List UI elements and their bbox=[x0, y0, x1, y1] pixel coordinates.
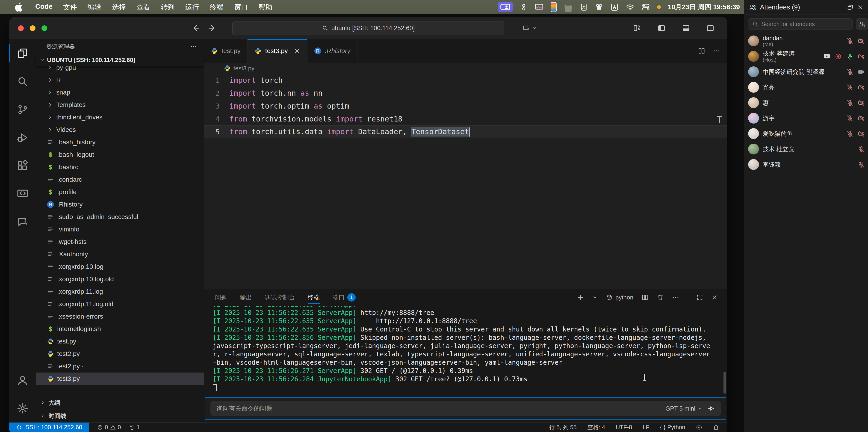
tree-item-.profile[interactable]: $.profile bbox=[36, 186, 204, 198]
menu-item-Code[interactable]: Code bbox=[30, 3, 58, 12]
editor-more-actions-icon[interactable] bbox=[713, 47, 720, 55]
menu-item-查看[interactable]: 查看 bbox=[131, 3, 156, 12]
tree-item-snap[interactable]: snap bbox=[36, 86, 204, 99]
tree-item-.xorgxrdp.10.log.old[interactable]: .xorgxrdp.10.log.old bbox=[36, 273, 204, 285]
maximize-panel-icon[interactable] bbox=[696, 294, 703, 301]
tree-item-.xorgxrdp.11.log.old[interactable]: .xorgxrdp.11.log.old bbox=[36, 298, 204, 310]
activity-bar-explorer[interactable] bbox=[9, 39, 36, 67]
chat-model-picker[interactable]: GPT-5 mini bbox=[665, 405, 703, 412]
screen-sharing-icon[interactable] bbox=[498, 2, 513, 12]
camera-off-icon[interactable] bbox=[858, 99, 865, 106]
attendee-row-李钰颖[interactable]: 李钰颖 bbox=[744, 157, 868, 172]
tree-item-Videos[interactable]: Videos bbox=[36, 124, 204, 136]
menu-item-编辑[interactable]: 编辑 bbox=[82, 3, 107, 12]
breadcrumb[interactable]: test3.py bbox=[204, 63, 727, 74]
terminal-chat-input[interactable]: 询问有关命令的问题 GPT-5 mini bbox=[211, 401, 721, 416]
terminal-list-item-python[interactable]: python bbox=[606, 294, 633, 301]
split-terminal-icon[interactable] bbox=[642, 294, 649, 301]
panel-tab-输出[interactable]: 输出 bbox=[240, 289, 252, 306]
split-editor-icon[interactable] bbox=[698, 48, 705, 54]
close-icon[interactable] bbox=[857, 4, 863, 10]
close-icon[interactable] bbox=[294, 48, 300, 54]
tree-item-internetlogin.sh[interactable]: $internetlogin.sh bbox=[36, 323, 204, 335]
terminal-profile-chevron-icon[interactable] bbox=[592, 295, 597, 300]
code-editor[interactable]: 1import torch2import torch.nn as nn3impo… bbox=[204, 74, 727, 288]
find-attendee-button[interactable] bbox=[856, 19, 868, 30]
code-line-2[interactable]: 2import torch.nn as nn bbox=[204, 87, 727, 100]
menu-item-选择[interactable]: 选择 bbox=[107, 3, 131, 12]
panel-tab-问题[interactable]: 问题 bbox=[215, 289, 227, 306]
kill-terminal-icon[interactable] bbox=[657, 294, 664, 301]
control-center-icon[interactable] bbox=[642, 3, 650, 11]
copilot-titlebar-control[interactable] bbox=[523, 17, 537, 39]
sidebar-section-时间线[interactable]: 时间线 bbox=[36, 409, 204, 422]
terminal-scrollbar[interactable] bbox=[723, 372, 726, 394]
attendee-row-爱吃猫的鱼[interactable]: 爱吃猫的鱼 bbox=[744, 126, 868, 141]
attendee-row-游宇[interactable]: 游宇 bbox=[744, 111, 868, 126]
camera-off-icon[interactable] bbox=[858, 115, 865, 122]
microphone-muted-icon[interactable] bbox=[846, 130, 853, 137]
attendee-row-惠[interactable]: 惠 bbox=[744, 95, 868, 111]
tree-item-test2.py~[interactable]: test2.py~ bbox=[36, 360, 204, 373]
activity-bar-manage-settings[interactable] bbox=[9, 394, 36, 422]
istat-pill-icon[interactable] bbox=[551, 2, 557, 12]
tree-item-.bash_logout[interactable]: $.bash_logout bbox=[36, 149, 204, 161]
menu-item-窗口[interactable]: 窗口 bbox=[229, 3, 253, 12]
tree-item-test.py[interactable]: test.py bbox=[36, 335, 204, 348]
send-icon[interactable] bbox=[707, 405, 715, 412]
terminal[interactable]: [I 2025-10-23 11:56:22.635 ServerApp][I … bbox=[204, 306, 727, 397]
microphone-muted-icon[interactable] bbox=[858, 161, 865, 168]
close-panel-icon[interactable] bbox=[712, 294, 718, 301]
attendee-search-input[interactable]: Search for attendees bbox=[748, 19, 853, 30]
menu-bar-clock[interactable]: 10月23日 周四 19:56:39 bbox=[668, 3, 740, 12]
activity-bar-source-control[interactable] bbox=[9, 95, 36, 124]
microphone-muted-icon[interactable] bbox=[846, 99, 853, 106]
language-mode[interactable]: { } Python bbox=[660, 424, 685, 431]
wifi-icon[interactable] bbox=[626, 3, 634, 11]
activity-bar-chat[interactable] bbox=[9, 208, 36, 236]
menu-item-文件[interactable]: 文件 bbox=[58, 3, 82, 12]
tree-item-.xorgxrdp.11.log[interactable]: .xorgxrdp.11.log bbox=[36, 285, 204, 298]
tree-item-test3.py[interactable]: test3.py bbox=[36, 373, 204, 385]
workspace-root-folder[interactable]: UBUNTU [SSH: 100.114.252.60] bbox=[36, 54, 204, 66]
explorer-more-actions-icon[interactable] bbox=[190, 43, 197, 50]
editor-tab-test3.py[interactable]: test3.py bbox=[248, 39, 307, 63]
stacked-circles-icon[interactable] bbox=[520, 3, 528, 11]
menu-item-帮助[interactable]: 帮助 bbox=[253, 3, 278, 12]
input-method-icon[interactable] bbox=[610, 3, 619, 11]
microphone-muted-icon[interactable] bbox=[846, 84, 853, 91]
microphone-muted-icon[interactable] bbox=[858, 146, 865, 153]
tree-item-.wget-hsts[interactable]: .wget-hsts bbox=[36, 236, 204, 248]
menu-item-转到[interactable]: 转到 bbox=[156, 3, 180, 12]
code-line-1[interactable]: 1import torch bbox=[204, 74, 727, 87]
editor-tab-test.py[interactable]: test.py bbox=[204, 39, 248, 63]
minimize-window-button[interactable] bbox=[30, 25, 35, 31]
tree-item-.bash_history[interactable]: .bash_history bbox=[36, 136, 204, 149]
customize-layout-icon[interactable] bbox=[633, 24, 641, 32]
navigate-back-icon[interactable] bbox=[191, 24, 199, 32]
camera-off-icon[interactable] bbox=[858, 130, 865, 137]
editor-tab-.Rhistory[interactable]: R.Rhistory bbox=[307, 39, 358, 63]
attendee-row-dandan[interactable]: dandan(Me) bbox=[744, 33, 868, 49]
notifications-bell-icon[interactable] bbox=[713, 424, 719, 431]
camera-off-icon[interactable] bbox=[858, 84, 865, 91]
tree-item-.Rhistory[interactable]: R.Rhistory bbox=[36, 198, 204, 211]
cat-utility-icon[interactable] bbox=[563, 3, 573, 12]
attendee-row-光亮[interactable]: 光亮 bbox=[744, 80, 868, 95]
eol-sequence[interactable]: LF bbox=[643, 424, 649, 431]
tree-item-.condarc[interactable]: .condarc bbox=[36, 173, 204, 186]
activity-bar-search[interactable] bbox=[9, 67, 36, 95]
tree-item-.viminfo[interactable]: .viminfo bbox=[36, 223, 204, 236]
microphone-muted-icon[interactable] bbox=[846, 38, 853, 44]
code-line-3[interactable]: 3import torch.optim as optim bbox=[204, 100, 727, 113]
toggle-primary-sidebar-icon[interactable] bbox=[657, 24, 665, 32]
attendee-row-技术-蒋建涛[interactable]: 技术-蒋建涛(Host) bbox=[744, 49, 868, 64]
popout-icon[interactable] bbox=[847, 4, 854, 11]
id-badge-icon[interactable] bbox=[580, 3, 588, 11]
microphone-muted-icon[interactable] bbox=[846, 115, 853, 122]
zoom-window-button[interactable] bbox=[41, 25, 47, 31]
navigate-forward-icon[interactable] bbox=[208, 24, 217, 32]
tree-item-.bashrc[interactable]: $.bashrc bbox=[36, 161, 204, 173]
activity-bar-account[interactable] bbox=[9, 366, 36, 394]
camera-off-icon[interactable] bbox=[858, 53, 865, 60]
